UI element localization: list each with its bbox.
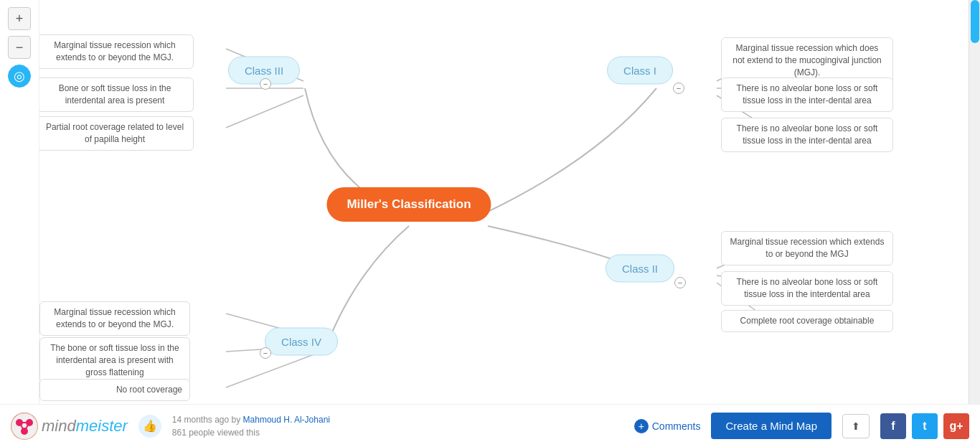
googleplus-button[interactable]: g+ xyxy=(943,413,969,439)
class3-desc2: Bone or soft tissue loss in the interden… xyxy=(36,77,194,112)
class4-desc2: The bone or soft tissue loss in the inte… xyxy=(39,337,190,383)
class1-node[interactable]: Class I xyxy=(607,57,673,85)
class4-desc3: No root coverage xyxy=(39,379,190,401)
logo-area: mindmeister xyxy=(11,413,128,440)
author-link[interactable]: Mahmoud H. Al-Johani xyxy=(243,415,330,425)
class2-desc2: There is no alveolar bone loss or soft t… xyxy=(721,271,893,306)
mind-map-canvas: Miller's Classification Class III − Marg… xyxy=(0,0,961,404)
share-icon: ⬆ xyxy=(852,420,860,432)
class1-desc1: Marginal tissue recession which does not… xyxy=(721,37,893,83)
logo-text: mindmeister xyxy=(42,417,128,436)
svg-point-12 xyxy=(11,413,37,439)
class3-desc3: Partial root coverage related to level o… xyxy=(36,116,194,151)
class3-desc1: Marginal tissue recession which extends … xyxy=(36,34,194,69)
class1-desc3: There is no alveolar bone loss or soft t… xyxy=(721,118,893,152)
zoom-in-button[interactable]: + xyxy=(8,7,31,30)
scrollbar[interactable] xyxy=(969,0,980,404)
social-icons: f t g+ xyxy=(880,413,969,439)
svg-line-11 xyxy=(226,353,318,387)
like-button[interactable]: 👍 xyxy=(138,415,161,438)
class1-desc2: There is no alveolar bone loss or soft t… xyxy=(721,77,893,112)
twitter-button[interactable]: t xyxy=(912,413,938,439)
class4-connector[interactable]: − xyxy=(260,347,271,359)
svg-line-2 xyxy=(226,95,303,128)
class2-connector[interactable]: − xyxy=(674,277,686,288)
comments-button[interactable]: + Comments xyxy=(634,419,701,433)
class1-connector[interactable]: − xyxy=(673,83,684,94)
class4-node[interactable]: Class IV xyxy=(265,328,338,356)
class2-node[interactable]: Class II xyxy=(606,255,674,283)
target-button[interactable]: ◎ xyxy=(8,65,31,88)
class2-desc1: Marginal tissue recession which extends … xyxy=(721,231,893,265)
facebook-button[interactable]: f xyxy=(880,413,906,439)
footer-meta: 14 months ago by Mahmoud H. Al-Johani 86… xyxy=(172,413,330,439)
toolbar: + − ◎ xyxy=(0,0,39,404)
footer: mindmeister 👍 14 months ago by Mahmoud H… xyxy=(0,404,980,447)
share-button[interactable]: ⬆ xyxy=(842,414,870,438)
zoom-out-button[interactable]: − xyxy=(8,36,31,59)
class4-desc1: Marginal tissue recession which extends … xyxy=(39,301,190,336)
scrollbar-thumb[interactable] xyxy=(971,0,979,43)
class2-desc3: Complete root coverage obtainable xyxy=(721,310,893,332)
center-node[interactable]: Miller's Classification xyxy=(326,187,491,222)
create-mind-map-button[interactable]: Create a Mind Map xyxy=(711,413,831,439)
logo-icon xyxy=(11,413,38,440)
comments-plus-icon: + xyxy=(634,419,649,433)
class3-connector[interactable]: − xyxy=(260,78,271,90)
